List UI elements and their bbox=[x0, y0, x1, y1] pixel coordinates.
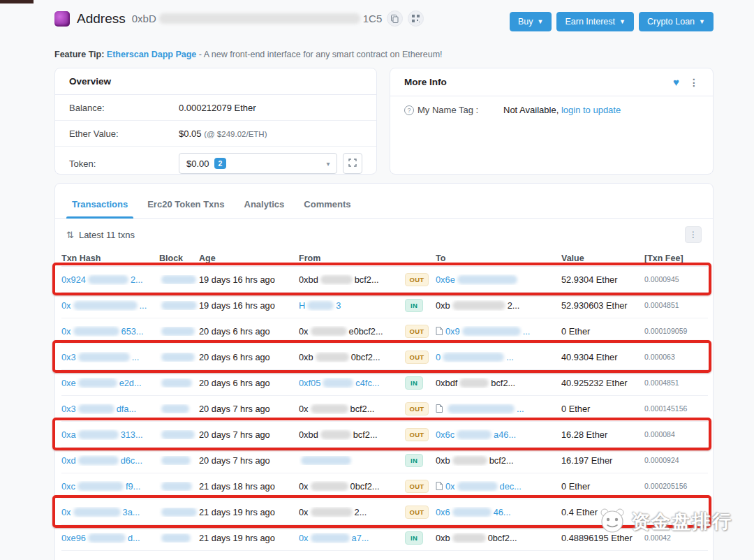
txn-hash-link[interactable]: 0xcf9... bbox=[61, 481, 159, 492]
from-address-link[interactable]: H3 bbox=[299, 300, 405, 311]
direction-badge-out: OUT bbox=[405, 480, 429, 493]
to-address-link[interactable]: 0x6ca46... bbox=[436, 429, 561, 440]
redacted-text-blur bbox=[161, 482, 192, 491]
name-tag-value: Not Available, login to update bbox=[503, 105, 621, 115]
value-cell: 0 Ether bbox=[561, 481, 644, 492]
from-address-link[interactable] bbox=[299, 456, 405, 465]
login-to-update-link[interactable]: login to update bbox=[561, 105, 621, 115]
redacted-text-blur bbox=[311, 508, 353, 517]
txn-hash-link[interactable]: 0x653... bbox=[61, 326, 159, 337]
to-address-link[interactable]: 0x6e bbox=[436, 274, 561, 285]
more-options-icon[interactable]: ⋮ bbox=[689, 77, 699, 88]
txn-hash-link[interactable]: 0xe96d... bbox=[61, 533, 159, 543]
table-row: 0x...19 days 16 hrs agoH3IN0xb2...52.930… bbox=[61, 293, 708, 318]
redacted-text-blur bbox=[448, 404, 515, 413]
watermark: 资金盘排行 bbox=[598, 507, 732, 536]
from-address: 0xbcf2... bbox=[299, 404, 405, 414]
tab-erc20-token-txns[interactable]: Erc20 Token Txns bbox=[138, 193, 234, 218]
block-link[interactable] bbox=[159, 327, 199, 336]
age-cell: 20 days 6 hrs ago bbox=[199, 352, 299, 362]
tab-transactions[interactable]: Transactions bbox=[62, 193, 138, 218]
block-link[interactable] bbox=[159, 508, 199, 517]
block-link[interactable] bbox=[159, 482, 199, 491]
value-cell: 0 Ether bbox=[561, 404, 644, 414]
tab-analytics[interactable]: Analytics bbox=[235, 193, 295, 218]
block-link[interactable] bbox=[159, 430, 199, 439]
block-link[interactable] bbox=[159, 456, 199, 465]
help-icon: ? bbox=[404, 105, 414, 115]
from-address: 0xe0bcf2... bbox=[299, 326, 405, 337]
block-link[interactable] bbox=[159, 301, 199, 310]
redacted-text-blur bbox=[459, 378, 489, 388]
block-link[interactable] bbox=[159, 353, 199, 362]
token-dropdown[interactable]: $0.00 2 ▾ bbox=[179, 153, 337, 174]
age-cell: 20 days 7 hrs ago bbox=[199, 404, 299, 414]
txn-fee-cell: 0.0000924 bbox=[644, 456, 706, 464]
block-link[interactable] bbox=[159, 533, 199, 543]
from-address-link[interactable]: 0xa7... bbox=[299, 533, 405, 543]
direction-badge-out: OUT bbox=[405, 428, 429, 441]
redacted-text-blur bbox=[161, 301, 197, 310]
txn-hash-link[interactable]: 0x3dfa... bbox=[61, 404, 159, 414]
txn-fee-cell: 0.000109059 bbox=[644, 327, 706, 335]
block-link[interactable] bbox=[159, 275, 199, 284]
column-header-to: To bbox=[436, 253, 561, 263]
table-options-button[interactable]: ⋮ bbox=[685, 226, 702, 243]
redacted-text-blur bbox=[161, 508, 197, 517]
transactions-card: TransactionsErc20 Token TxnsAnalyticsCom… bbox=[54, 183, 714, 560]
txn-hash-link[interactable]: 0x9242... bbox=[61, 274, 159, 285]
redacted-text-blur bbox=[73, 301, 138, 310]
redacted-text-blur bbox=[452, 456, 487, 465]
age-cell: 21 days 19 hrs ago bbox=[199, 533, 299, 543]
direction-badge-in: IN bbox=[405, 531, 423, 545]
value-cell: 52.930603 Ether bbox=[561, 300, 644, 311]
ether-value-label: Ether Value: bbox=[69, 128, 179, 139]
qrcode-button[interactable] bbox=[408, 10, 424, 27]
txn-hash-link[interactable]: 0x3... bbox=[61, 352, 159, 362]
to-address-link[interactable]: 0xdec... bbox=[436, 481, 561, 492]
balance-label: Balance: bbox=[69, 103, 179, 113]
redacted-text-blur bbox=[88, 533, 126, 543]
redacted-text-blur bbox=[78, 404, 114, 413]
block-link[interactable] bbox=[159, 404, 199, 413]
value-cell: 16.197 Ether bbox=[561, 455, 644, 466]
to-address-link[interactable]: 0x9... bbox=[436, 326, 561, 337]
redacted-text-blur bbox=[161, 275, 196, 284]
overview-title: Overview bbox=[69, 76, 111, 87]
txn-hash-link[interactable]: 0xdd6c... bbox=[61, 455, 159, 466]
block-link[interactable] bbox=[159, 378, 199, 388]
value-cell: 16.28 Ether bbox=[561, 429, 644, 440]
feature-tip-link[interactable]: Etherscan Dapp Page bbox=[107, 50, 197, 59]
age-cell: 20 days 7 hrs ago bbox=[199, 455, 299, 466]
ether-value-row: Ether Value: $0.05 (@ $249.02/ETH) bbox=[55, 121, 376, 147]
to-address: 0xb2... bbox=[436, 300, 561, 311]
value-cell: 40.925232 Ether bbox=[561, 378, 644, 388]
watermark-face-icon bbox=[598, 507, 627, 536]
token-expand-button[interactable] bbox=[343, 153, 362, 174]
txn-hash-link[interactable]: 0xa313... bbox=[61, 429, 159, 440]
column-header-txn-fee: [Txn Fee] bbox=[644, 253, 706, 263]
crypto-loan-button[interactable]: Crypto Loan▼ bbox=[639, 12, 714, 31]
from-address: 0x2... bbox=[299, 507, 405, 517]
to-address-link[interactable]: 0x646... bbox=[436, 507, 561, 517]
tab-comments[interactable]: Comments bbox=[294, 193, 360, 218]
txn-hash-link[interactable]: 0x3a... bbox=[61, 507, 159, 517]
txn-hash-link[interactable]: 0x... bbox=[61, 300, 159, 311]
token-label: Token: bbox=[69, 159, 179, 169]
from-address-link[interactable]: 0xf05c4fc... bbox=[299, 378, 405, 388]
feature-tip-text: - A new front-end interface for any smar… bbox=[196, 50, 442, 59]
age-cell: 21 days 18 hrs ago bbox=[199, 481, 299, 492]
redacted-text-blur bbox=[301, 456, 351, 465]
to-address-link[interactable]: 0... bbox=[436, 352, 561, 362]
address-prefix: 0xbD bbox=[132, 13, 156, 24]
balance-value: 0.000212079 Ether bbox=[179, 103, 256, 113]
buy-button[interactable]: Buy▼ bbox=[510, 12, 552, 31]
to-address-link[interactable]: ... bbox=[436, 404, 561, 414]
age-cell: 21 days 19 hrs ago bbox=[199, 507, 299, 517]
ether-value: $0.05 (@ $249.02/ETH) bbox=[179, 128, 267, 139]
txn-fee-cell: 0.000084 bbox=[644, 430, 706, 439]
earn-interest-button[interactable]: Earn Interest▼ bbox=[556, 12, 634, 31]
copy-address-button[interactable] bbox=[387, 10, 403, 27]
favorite-heart-icon[interactable]: ♥ bbox=[673, 76, 679, 88]
txn-hash-link[interactable]: 0xee2d... bbox=[61, 378, 159, 388]
